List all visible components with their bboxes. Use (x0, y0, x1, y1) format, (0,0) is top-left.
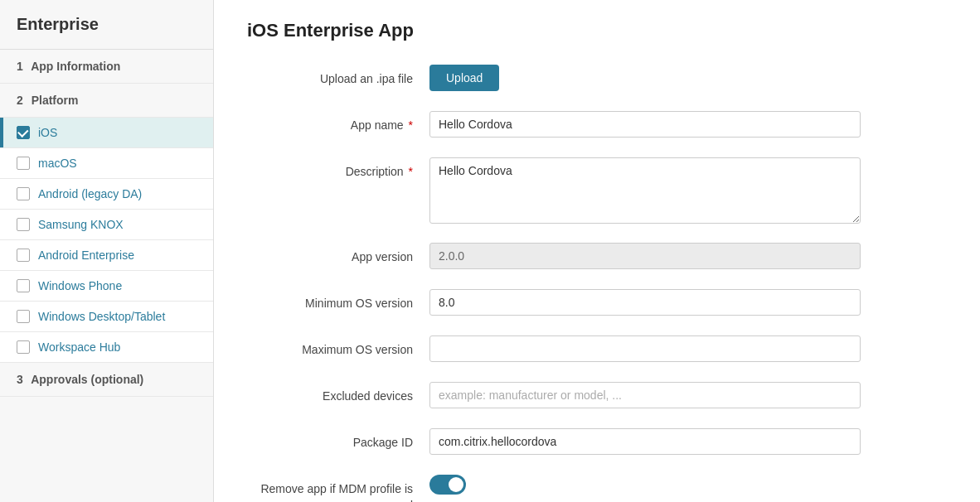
active-indicator (0, 118, 3, 147)
android-enterprise-checkbox[interactable] (17, 249, 30, 262)
windows-phone-label: Windows Phone (38, 279, 122, 292)
ios-checkbox[interactable] (17, 126, 30, 139)
platform-item-macos[interactable]: macOS (0, 148, 213, 179)
toggle-slider (429, 475, 466, 495)
max-os-row: Maximum OS version (247, 335, 947, 365)
description-label: Description * (247, 157, 429, 181)
upload-control: Upload (429, 65, 861, 91)
platform-item-workspace-hub[interactable]: Workspace Hub (0, 332, 213, 363)
windows-desktop-label: Windows Desktop/Tablet (38, 310, 165, 323)
app-name-row: App name * (247, 111, 947, 141)
app-name-label: App name * (247, 111, 429, 134)
approvals-step: 3 (17, 373, 23, 386)
excluded-devices-label: Excluded devices (247, 382, 429, 405)
package-id-row: Package ID (247, 428, 947, 458)
approvals-label: Approvals (optional) (31, 373, 143, 386)
excluded-devices-input[interactable] (429, 382, 861, 408)
description-row: Description * Hello Cordova (247, 157, 947, 226)
platform-list: iOS macOS Android (legacy DA) Samsung KN… (0, 118, 213, 363)
min-os-label: Minimum OS version (247, 289, 429, 312)
app-version-label: App version (247, 243, 429, 266)
android-legacy-checkbox[interactable] (17, 187, 30, 200)
samsung-knox-checkbox[interactable] (17, 218, 30, 231)
app-version-row: App version (247, 243, 947, 273)
android-legacy-label: Android (legacy DA) (38, 187, 142, 200)
samsung-knox-label: Samsung KNOX (38, 218, 124, 231)
sidebar-section-approvals[interactable]: 3 Approvals (optional) (0, 363, 213, 397)
main-content: iOS Enterprise App Upload an .ipa file U… (214, 0, 980, 502)
macos-checkbox[interactable] (17, 157, 30, 170)
remove-app-toggle[interactable] (429, 475, 466, 495)
workspace-hub-checkbox[interactable] (17, 340, 30, 354)
package-id-input[interactable] (429, 428, 861, 455)
app-info-step: 1 (17, 60, 23, 73)
sidebar-title: Enterprise (0, 0, 213, 50)
platform-item-android-enterprise[interactable]: Android Enterprise (0, 240, 213, 271)
android-enterprise-label: Android Enterprise (38, 249, 134, 262)
min-os-input[interactable] (429, 289, 861, 316)
platform-item-windows-desktop[interactable]: Windows Desktop/Tablet (0, 302, 213, 332)
app-version-control (429, 243, 861, 269)
app-version-input (429, 243, 861, 269)
max-os-input[interactable] (429, 335, 861, 362)
package-id-label: Package ID (247, 428, 429, 451)
min-os-row: Minimum OS version (247, 289, 947, 319)
remove-app-row: Remove app if MDM profile is removed (247, 475, 947, 502)
platform-item-samsung-knox[interactable]: Samsung KNOX (0, 210, 213, 240)
workspace-hub-label: Workspace Hub (38, 340, 120, 354)
platform-label: Platform (32, 94, 79, 107)
ios-label: iOS (38, 126, 57, 139)
sidebar: Enterprise 1 App Information 2 Platform … (0, 0, 214, 502)
windows-phone-checkbox[interactable] (17, 279, 30, 292)
description-control: Hello Cordova (429, 157, 861, 226)
platform-item-ios[interactable]: iOS (0, 118, 213, 148)
excluded-devices-control (429, 382, 861, 408)
platform-item-android-legacy[interactable]: Android (legacy DA) (0, 179, 213, 210)
package-id-control (429, 428, 861, 455)
max-os-label: Maximum OS version (247, 335, 429, 359)
max-os-control (429, 335, 861, 362)
remove-app-label: Remove app if MDM profile is removed (247, 475, 429, 502)
description-textarea[interactable]: Hello Cordova (429, 157, 861, 224)
macos-label: macOS (38, 157, 77, 170)
upload-button[interactable]: Upload (429, 65, 499, 91)
platform-step: 2 (17, 94, 23, 107)
upload-label: Upload an .ipa file (247, 65, 429, 88)
page-title: iOS Enterprise App (247, 20, 947, 41)
platform-item-windows-phone[interactable]: Windows Phone (0, 271, 213, 302)
app-name-control (429, 111, 861, 138)
excluded-devices-row: Excluded devices (247, 382, 947, 412)
app-name-input[interactable] (429, 111, 861, 138)
remove-app-control (429, 475, 861, 495)
upload-row: Upload an .ipa file Upload (247, 65, 947, 94)
sidebar-section-app-info[interactable]: 1 App Information (0, 50, 213, 84)
windows-desktop-checkbox[interactable] (17, 310, 30, 323)
app-info-label: App Information (31, 60, 120, 73)
sidebar-section-platform[interactable]: 2 Platform (0, 84, 213, 118)
min-os-control (429, 289, 861, 316)
